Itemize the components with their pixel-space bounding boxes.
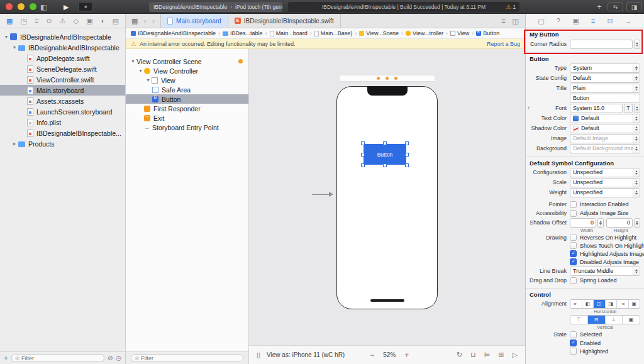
window-tab-icon[interactable]: ◧ — [40, 3, 47, 11]
breadcrumb-view[interactable]: View — [450, 30, 469, 36]
scm-filter-icon[interactable]: ⊘ — [108, 355, 113, 361]
breakpoint-navigator-icon[interactable]: ◗ — [101, 17, 105, 25]
shadow-offset-height-field[interactable]: 0 — [606, 218, 633, 228]
disclosure-triangle[interactable]: ▾ — [11, 45, 18, 50]
embed-in-stack-icon[interactable]: ⊔ — [470, 351, 476, 359]
font-size-stepper[interactable] — [634, 104, 640, 113]
storyboard-canvas[interactable]: Button — [249, 49, 525, 345]
align-icon[interactable]: ⊨ — [484, 351, 491, 359]
zoom-in-button[interactable]: + — [404, 351, 409, 360]
interaction-enabled-checkbox[interactable] — [570, 201, 577, 208]
align-middle-segment[interactable]: ⊟ — [588, 316, 606, 324]
canvas-uibutton[interactable]: Button — [364, 144, 406, 165]
highlighted-adjusts-image-checkbox[interactable] — [570, 250, 577, 257]
align-fill-segment[interactable]: ▣ — [629, 300, 640, 308]
reverses-on-highlight-checkbox[interactable] — [570, 234, 577, 241]
spring-loaded-checkbox[interactable] — [570, 277, 577, 284]
minimap-icon[interactable]: ▦ — [131, 17, 138, 25]
debug-navigator-icon[interactable]: ▣ — [86, 17, 92, 25]
align-left-segment[interactable]: ◧ — [582, 300, 594, 308]
stop-button[interactable]: ■ — [78, 2, 93, 11]
breadcrumb-storyboard[interactable]: Main...board — [270, 30, 308, 36]
outline-row-view-controller[interactable]: ▾View Controller — [126, 66, 248, 75]
issue-navigator-icon[interactable]: ⚠ — [60, 17, 66, 25]
shadow-color-popup[interactable]: Default — [570, 124, 640, 133]
zoom-level[interactable]: 52% — [383, 351, 396, 358]
quick-help-inspector-icon[interactable]: ? — [557, 17, 560, 25]
type-popup[interactable]: System — [570, 63, 640, 73]
corner-radius-field[interactable] — [570, 40, 633, 49]
navigator-filter-field[interactable]: ◎ — [11, 354, 104, 362]
outline-filter-field[interactable]: ◎ — [131, 354, 243, 362]
text-color-popup[interactable]: Default — [570, 114, 640, 123]
resize-handle[interactable] — [361, 163, 365, 167]
align-vfill-segment[interactable]: ▣ — [623, 316, 640, 324]
shadow-offset-height-stepper[interactable] — [634, 218, 640, 228]
library-button[interactable]: + — [597, 2, 602, 11]
weight-popup[interactable]: Unspecified — [570, 188, 640, 197]
breadcrumb-scene[interactable]: View...Scene — [359, 30, 399, 36]
outline-row-first-responder[interactable]: First Responder — [126, 104, 248, 113]
attributes-inspector-icon[interactable]: ≡ — [591, 17, 595, 25]
title-style-popup[interactable]: Plain — [570, 84, 640, 93]
breadcrumb-group[interactable]: IBDes...table — [223, 30, 263, 36]
outline-filter-input[interactable] — [141, 355, 240, 361]
add-constraints-icon[interactable]: ⊞ — [498, 351, 504, 359]
identity-inspector-icon[interactable]: ▣ — [572, 17, 579, 25]
first-responder-dock-icon[interactable] — [386, 77, 389, 80]
source-control-navigator-icon[interactable]: ◳ — [20, 17, 26, 25]
navigator-row-file-selected[interactable]: Main.storyboard — [0, 85, 125, 96]
view-controller-dock-icon[interactable] — [377, 77, 380, 80]
outline-row-button-selected[interactable]: Button — [126, 94, 248, 104]
disclosure-triangle[interactable]: ▸ — [11, 141, 18, 146]
disclosure-triangle[interactable]: ▾ — [3, 34, 10, 40]
navigator-row-file[interactable]: IBDesignableIBInspectable... — [0, 128, 125, 138]
outline-row-safe-area[interactable]: Safe Area — [126, 85, 248, 94]
disclosure-triangle[interactable]: ▾ — [145, 77, 152, 83]
outline-row-view[interactable]: ▾View — [126, 75, 248, 85]
resize-handle[interactable] — [383, 163, 387, 167]
tab-swift-file[interactable]: IBDesignableIBInspectable.swift — [228, 14, 341, 28]
breadcrumb-button[interactable]: Button — [476, 30, 499, 36]
highlighted-checkbox[interactable] — [570, 348, 577, 355]
adjusts-image-size-checkbox[interactable] — [570, 210, 577, 217]
back-button[interactable]: ‹ — [143, 16, 146, 26]
navigator-row-file[interactable]: LaunchScreen.storyboard — [0, 106, 125, 117]
navigator-filter-input[interactable] — [21, 355, 101, 361]
size-inspector-icon[interactable]: ⊡ — [607, 17, 613, 25]
navigator-row-project[interactable]: ▾IBDesignableAndIBInspectable — [0, 31, 125, 42]
project-navigator-icon[interactable]: ▦ — [6, 17, 13, 25]
navigator-row-file[interactable]: ViewController.swift — [0, 74, 125, 85]
zoom-button[interactable] — [30, 3, 36, 10]
state-config-popup[interactable]: Default — [570, 74, 640, 83]
outline-row-entry-point[interactable]: Storyboard Entry Point — [126, 123, 248, 132]
issues-badge[interactable]: ⚠ 1 — [506, 2, 516, 12]
close-button[interactable] — [6, 3, 13, 10]
shadow-offset-width-stepper[interactable] — [597, 218, 604, 228]
tab-main-storyboard[interactable]: Main.storyboard — [160, 14, 228, 28]
image-popup[interactable]: Default Image — [570, 134, 640, 143]
report-a-bug-link[interactable]: Report a Bug — [487, 41, 520, 47]
find-navigator-icon[interactable]: ⊙ — [46, 17, 52, 25]
resize-handle[interactable] — [405, 153, 409, 157]
align-center-segment[interactable]: ◫ — [594, 300, 606, 308]
resize-handle[interactable] — [361, 141, 365, 145]
breadcrumb-project[interactable]: IBDesignableAndIBInspectable — [131, 30, 216, 36]
panel-toggle-button[interactable]: ◨ — [626, 3, 642, 11]
navigator-row-file[interactable]: Assets.xcassets — [0, 96, 125, 106]
corner-radius-stepper[interactable] — [634, 40, 640, 49]
run-button[interactable]: ▶ — [64, 3, 69, 11]
disclosure-triangle[interactable]: ▾ — [130, 58, 136, 64]
editor-options-icon[interactable]: ≡ — [501, 17, 505, 25]
update-frames-icon[interactable]: ↻ — [457, 351, 462, 359]
align-bottom-segment[interactable]: ⊥ — [606, 316, 623, 324]
breadcrumb-view-controller[interactable]: View...troller — [406, 30, 443, 36]
minimize-button[interactable] — [18, 3, 25, 10]
selected-checkbox[interactable] — [570, 331, 577, 338]
resize-handle[interactable] — [405, 163, 409, 167]
scene-status-dot[interactable] — [238, 59, 243, 63]
configuration-popup[interactable]: Unspecified — [570, 168, 640, 177]
align-right-segment[interactable]: ◨ — [606, 300, 618, 308]
navigator-row-products[interactable]: ▸Products — [0, 138, 125, 149]
scale-popup[interactable]: Unspecified — [570, 178, 640, 187]
